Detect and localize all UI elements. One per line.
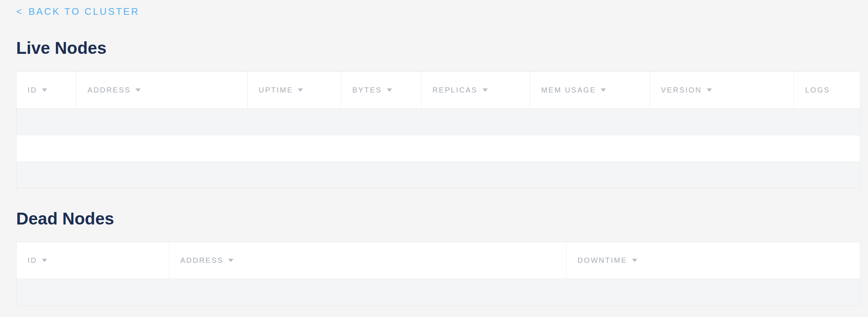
sort-arrow-icon: [707, 88, 712, 92]
column-header-logs: LOGS: [794, 72, 860, 108]
column-header-downtime[interactable]: DOWNTIME: [567, 242, 860, 279]
column-header-label: BYTES: [352, 86, 382, 94]
column-header-label: UPTIME: [259, 86, 293, 94]
back-chevron-icon: <: [16, 6, 23, 17]
column-header-mem-usage[interactable]: MEM USAGE: [530, 72, 650, 108]
column-header-label: ID: [28, 256, 37, 265]
back-to-cluster-label: BACK TO CLUSTER: [28, 6, 140, 17]
column-header-label: DOWNTIME: [578, 256, 627, 265]
column-header-version[interactable]: VERSION: [650, 72, 794, 108]
column-header-label: LOGS: [805, 86, 830, 94]
column-header-label: MEM USAGE: [541, 86, 596, 94]
column-header-address[interactable]: ADDRESS: [169, 242, 567, 279]
table-row: [17, 135, 860, 162]
live-nodes-table: IDADDRESSUPTIMEBYTESREPLICASMEM USAGEVER…: [16, 72, 860, 189]
dead-nodes-table: IDADDRESSDOWNTIME: [16, 242, 860, 306]
column-header-label: ADDRESS: [88, 86, 131, 94]
sort-arrow-icon: [298, 88, 303, 92]
nodes-overview-page: < BACK TO CLUSTER Live Nodes IDADDRESSUP…: [0, 0, 868, 306]
column-header-label: ADDRESS: [180, 256, 224, 265]
column-header-bytes[interactable]: BYTES: [341, 72, 421, 108]
back-to-cluster-link[interactable]: < BACK TO CLUSTER: [16, 6, 140, 17]
sort-arrow-icon: [601, 88, 606, 92]
column-header-replicas[interactable]: REPLICAS: [421, 72, 530, 108]
table-row: [17, 279, 860, 306]
sort-arrow-icon: [483, 88, 488, 92]
table-header-row: IDADDRESSDOWNTIME: [17, 242, 860, 279]
column-header-label: ID: [28, 86, 37, 94]
live-nodes-title: Live Nodes: [16, 39, 852, 58]
table-row: [17, 162, 860, 188]
column-header-address[interactable]: ADDRESS: [77, 72, 248, 108]
column-header-label: REPLICAS: [433, 86, 478, 94]
column-header-label: VERSION: [661, 86, 702, 94]
column-header-id[interactable]: ID: [17, 242, 169, 279]
sort-arrow-icon: [387, 88, 392, 92]
sort-arrow-icon: [632, 259, 637, 262]
sort-arrow-icon: [135, 88, 141, 92]
table-row: [17, 109, 860, 135]
sort-arrow-icon: [42, 88, 47, 92]
sort-arrow-icon: [42, 259, 47, 262]
column-header-id[interactable]: ID: [17, 72, 77, 108]
sort-arrow-icon: [228, 259, 233, 262]
dead-nodes-title: Dead Nodes: [16, 209, 852, 228]
column-header-uptime[interactable]: UPTIME: [248, 72, 341, 108]
table-header-row: IDADDRESSUPTIMEBYTESREPLICASMEM USAGEVER…: [17, 72, 860, 109]
